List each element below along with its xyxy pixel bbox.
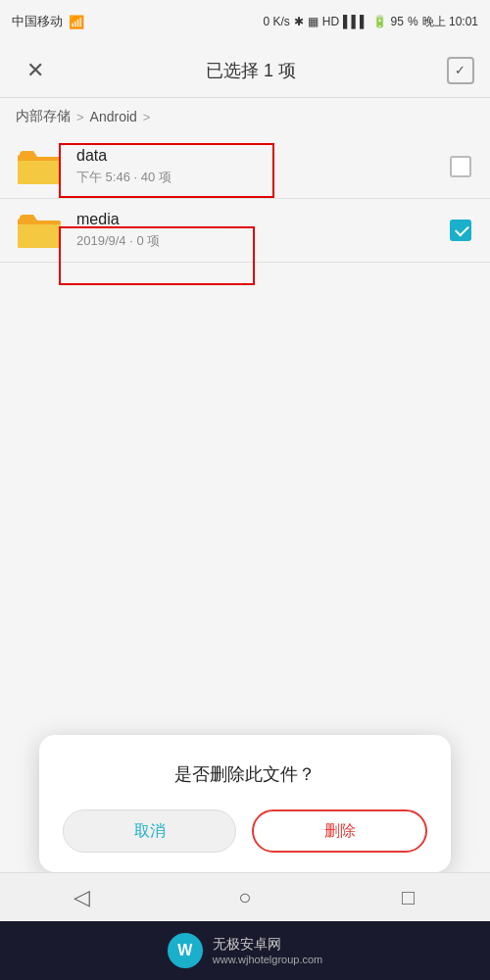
checkbox-data[interactable] [447, 153, 474, 180]
status-right: 0 K/s ✱ ▦ HD ▌▌▌ 🔋 95% 晚上 10:01 [263, 14, 478, 30]
delete-dialog: 是否删除此文件？ 取消 删除 [39, 735, 451, 872]
file-name-data: data [76, 147, 447, 165]
delete-button[interactable]: 删除 [252, 809, 427, 853]
status-left: 中国移动 📶 [12, 13, 84, 30]
dialog-title: 是否删除此文件？ [63, 762, 427, 786]
network-icon: HD [322, 15, 339, 28]
breadcrumb-sep-1: > [76, 110, 84, 124]
checked-icon [450, 220, 471, 241]
wifi-icon: ▦ [308, 15, 318, 28]
close-button[interactable]: ✕ [16, 51, 55, 90]
signal-icon: 📶 [69, 15, 84, 29]
folder-icon-data [16, 147, 63, 186]
watermark-logo: W [168, 933, 203, 968]
file-list: data 下午 5:46 · 40 项 media 2019/9/4 · 0 项 [0, 135, 490, 263]
toolbar-title: 已选择 1 项 [206, 59, 296, 82]
battery-text: 95 [391, 15, 404, 28]
breadcrumb: 内部存储 > Android > [0, 98, 490, 135]
dialog-buttons: 取消 删除 [63, 809, 427, 853]
breadcrumb-folder[interactable]: Android [90, 109, 137, 124]
file-item-media[interactable]: media 2019/9/4 · 0 项 [0, 199, 490, 263]
carrier-text: 中国移动 [12, 13, 63, 30]
bottom-nav: ◁ ○ □ [0, 872, 490, 921]
dialog-overlay: 是否删除此文件？ 取消 删除 [0, 735, 490, 872]
file-item-data[interactable]: data 下午 5:46 · 40 项 [0, 135, 490, 199]
cancel-button[interactable]: 取消 [63, 809, 236, 853]
watermark-bar: W 无极安卓网 www.wjhotelgroup.com [0, 921, 490, 980]
speed-text: 0 K/s [263, 15, 289, 28]
toolbar: ✕ 已选择 1 项 ✓ [0, 43, 490, 98]
file-name-media: media [76, 211, 447, 228]
close-icon: ✕ [26, 58, 44, 83]
file-info-media: media 2019/9/4 · 0 项 [76, 211, 447, 250]
file-meta-media: 2019/9/4 · 0 项 [76, 232, 447, 250]
watermark-text: 无极安卓网 [213, 936, 323, 954]
file-info-data: data 下午 5:46 · 40 项 [76, 147, 447, 186]
file-meta-data: 下午 5:46 · 40 项 [76, 169, 447, 186]
check-all-button[interactable]: ✓ [447, 57, 474, 84]
breadcrumb-root[interactable]: 内部存储 [16, 108, 71, 125]
watermark-url: www.wjhotelgroup.com [213, 954, 323, 965]
signal-bars-icon: ▌▌▌ [343, 15, 368, 28]
check-all-icon: ✓ [455, 63, 466, 77]
breadcrumb-sep-2: > [143, 110, 151, 124]
back-button[interactable]: ◁ [52, 885, 111, 910]
recents-button[interactable]: □ [379, 885, 438, 910]
home-button[interactable]: ○ [216, 885, 274, 910]
battery-icon: 🔋 [372, 15, 387, 28]
time-text: 晚上 10:01 [422, 14, 478, 30]
bluetooth-icon: ✱ [294, 15, 304, 28]
checkbox-media[interactable] [447, 217, 474, 244]
status-bar: 中国移动 📶 0 K/s ✱ ▦ HD ▌▌▌ 🔋 95% 晚上 10:01 [0, 0, 490, 43]
folder-icon-media [16, 211, 63, 250]
unchecked-icon [450, 156, 471, 177]
